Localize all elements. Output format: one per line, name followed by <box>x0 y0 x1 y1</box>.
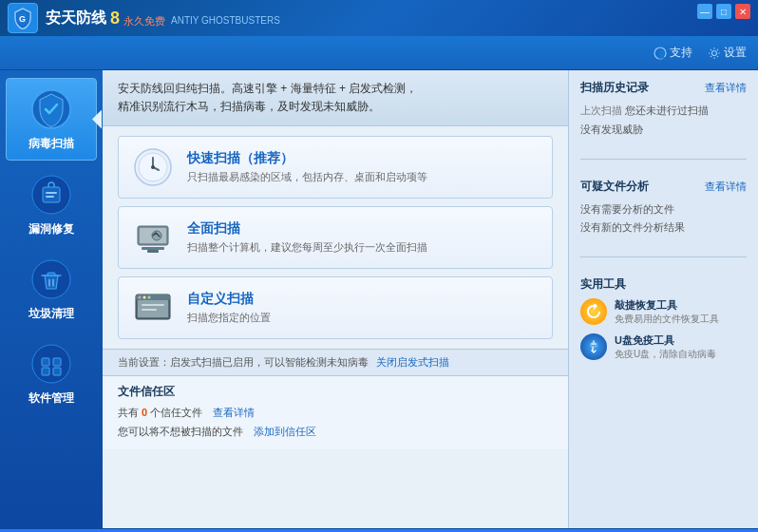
tools-title: 实用工具 <box>580 276 626 293</box>
trust-add-link[interactable]: 添加到信任区 <box>254 426 316 437</box>
svg-point-8 <box>32 345 70 383</box>
sidebar-item-vuln-fix[interactable]: 漏洞修复 <box>6 164 97 245</box>
settings-label: 设置 <box>724 45 747 61</box>
quick-scan-card[interactable]: 快速扫描（推荐） 只扫描最易感染的区域，包括内存、桌面和启动项等 <box>118 136 553 199</box>
close-heuristic-link[interactable]: 关闭启发式扫描 <box>376 355 449 370</box>
svg-text:G: G <box>19 14 26 24</box>
tools-header: 实用工具 <box>580 276 747 293</box>
sidebar-label-soft-mgmt: 软件管理 <box>28 390 74 407</box>
svg-rect-19 <box>147 250 159 253</box>
custom-scan-card[interactable]: 自定义扫描 扫描您指定的位置 <box>118 276 553 339</box>
svg-point-15 <box>151 165 155 169</box>
top-bar: 👤 支持 设置 <box>0 36 758 70</box>
minimize-button[interactable]: — <box>697 4 712 19</box>
full-scan-title: 全面扫描 <box>187 220 539 238</box>
maximize-button[interactable]: □ <box>716 4 731 19</box>
usb-content: U盘免疫工具 免疫U盘，清除自动病毒 <box>615 333 716 361</box>
recovery-content: 敲捷恢复工具 免费易用的文件恢复工具 <box>615 298 719 326</box>
app-free-label: 永久免费 <box>123 14 165 28</box>
sidebar-item-junk-clean[interactable]: 垃圾清理 <box>6 249 97 330</box>
right-panel: 扫描历史记录 查看详情 上次扫描 您还未进行过扫描 没有发现威胁 可疑文件分析 … <box>568 70 758 528</box>
svg-point-26 <box>148 296 151 299</box>
svg-rect-9 <box>42 358 49 366</box>
usb-tool-desc: 免疫U盘，清除自动病毒 <box>615 348 716 361</box>
sidebar-label-junk-clean: 垃圾清理 <box>28 306 74 322</box>
support-button[interactable]: 👤 支持 <box>654 45 692 61</box>
recovery-tool-desc: 免费易用的文件恢复工具 <box>615 313 719 326</box>
status-bar: 产品版本： 8.0.1.6520 | 病毒库版本： 2014.03.11.08 … <box>0 528 758 532</box>
app-title: 安天防线 <box>46 9 106 28</box>
trust-zone: 文件信任区 共有 0 个信任文件 查看详情 您可以将不想被扫描的文件 添加到信任… <box>103 375 568 449</box>
trust-zone-row1: 共有 0 个信任文件 查看详情 <box>118 404 553 423</box>
scan-history-title: 扫描历史记录 <box>580 80 649 96</box>
sidebar-item-soft-mgmt[interactable]: 软件管理 <box>6 333 97 414</box>
svg-rect-11 <box>42 368 49 375</box>
last-scan-value: 您还未进行过扫描 <box>625 104 709 116</box>
sidebar-label-virus-scan: 病毒扫描 <box>28 136 74 152</box>
svg-point-3 <box>712 50 717 55</box>
close-button[interactable]: ✕ <box>735 4 750 19</box>
trust-row1-prefix: 共有 <box>118 407 139 418</box>
scan-options: 快速扫描（推荐） 只扫描最易感染的区域，包括内存、桌面和启动项等 全面扫描 扫描… <box>103 126 568 349</box>
divider-1 <box>580 159 747 160</box>
trust-view-detail-link[interactable]: 查看详情 <box>213 407 255 418</box>
app-subtitle: ANTIY GHOSTBUSTERS <box>171 15 280 26</box>
trust-zone-title: 文件信任区 <box>118 384 553 400</box>
tools-section: 实用工具 敲捷恢复工具 免费易用的文件恢复工具 <box>580 276 747 369</box>
scan-history-section: 扫描历史记录 查看详情 上次扫描 您还未进行过扫描 没有发现威胁 <box>580 80 747 140</box>
scan-status-bar: 当前设置：启发式扫描已启用，可以智能检测未知病毒 关闭启发式扫描 <box>103 349 568 375</box>
custom-scan-desc: 扫描您指定的位置 <box>187 311 539 325</box>
trust-row2-text: 您可以将不想被扫描的文件 <box>118 426 243 437</box>
usb-tool-name: U盘免疫工具 <box>615 333 716 348</box>
info-line2: 精准识别流行木马，扫描病毒，及时发现未知威胁。 <box>118 100 380 113</box>
scan-history-detail-link[interactable]: 查看详情 <box>705 81 747 95</box>
quick-scan-title: 快速扫描（推荐） <box>187 150 539 167</box>
support-label: 支持 <box>670 45 692 61</box>
settings-button[interactable]: 设置 <box>708 45 747 61</box>
last-scan-row: 上次扫描 您还未进行过扫描 <box>580 102 747 121</box>
content-area: 安天防线回归纯扫描。高速引擎 + 海量特征 + 启发式检测， 精准识别流行木马，… <box>103 70 568 528</box>
sidebar: 病毒扫描 漏洞修复 垃圾清理 <box>0 70 103 528</box>
svg-rect-12 <box>53 368 61 375</box>
recovery-icon <box>580 298 607 325</box>
tool-item-recovery[interactable]: 敲捷恢复工具 免费易用的文件恢复工具 <box>580 298 747 326</box>
sidebar-item-virus-scan[interactable]: 病毒扫描 <box>6 78 97 161</box>
scan-result-row: 没有发现威胁 <box>580 121 747 140</box>
custom-scan-content: 自定义扫描 扫描您指定的位置 <box>187 291 539 325</box>
window-controls: — □ ✕ <box>697 4 750 19</box>
app-logo: G <box>8 3 38 33</box>
suspicious-detail-link[interactable]: 查看详情 <box>705 180 747 194</box>
suspicious-title: 可疑文件分析 <box>580 179 649 195</box>
recovery-tool-name: 敲捷恢复工具 <box>615 298 719 313</box>
usb-icon <box>580 333 607 360</box>
svg-rect-28 <box>142 309 157 311</box>
info-line1: 安天防线回归纯扫描。高速引擎 + 海量特征 + 启发式检测， <box>118 82 417 95</box>
divider-2 <box>580 256 747 257</box>
suspicious-row2: 没有新的文件分析结果 <box>580 218 747 238</box>
custom-scan-title: 自定义扫描 <box>187 291 539 308</box>
svg-rect-27 <box>142 304 164 306</box>
full-scan-content: 全面扫描 扫描整个计算机，建议您每周至少执行一次全面扫描 <box>187 220 539 255</box>
svg-rect-6 <box>43 187 60 202</box>
svg-point-24 <box>139 296 142 299</box>
scan-result-text: 没有发现威胁 <box>580 124 643 135</box>
app-version: 8 <box>110 9 120 28</box>
svg-rect-10 <box>53 358 61 366</box>
svg-text:👤: 👤 <box>657 49 667 59</box>
trust-row1-suffix: 个信任文件 <box>150 407 202 418</box>
full-scan-card[interactable]: 全面扫描 扫描整个计算机，建议您每周至少执行一次全面扫描 <box>118 206 553 269</box>
trust-zone-row2: 您可以将不想被扫描的文件 添加到信任区 <box>118 423 553 442</box>
title-bar: G 安天防线 8 永久免费 ANTIY GHOSTBUSTERS — □ ✕ <box>0 0 758 36</box>
svg-point-25 <box>143 296 146 299</box>
last-scan-label: 上次扫描 <box>580 104 622 116</box>
tool-item-usb[interactable]: U盘免疫工具 免疫U盘，清除自动病毒 <box>580 333 747 361</box>
suspicious-header: 可疑文件分析 查看详情 <box>580 179 747 195</box>
suspicious-row1: 没有需要分析的文件 <box>580 200 747 219</box>
suspicious-section: 可疑文件分析 查看详情 没有需要分析的文件 没有新的文件分析结果 <box>580 179 747 238</box>
svg-rect-18 <box>142 247 164 250</box>
quick-scan-content: 快速扫描（推荐） 只扫描最易感染的区域，包括内存、桌面和启动项等 <box>187 150 539 184</box>
info-bar: 安天防线回归纯扫描。高速引擎 + 海量特征 + 启发式检测， 精准识别流行木马，… <box>103 70 568 126</box>
quick-scan-desc: 只扫描最易感染的区域，包括内存、桌面和启动项等 <box>187 170 539 184</box>
sidebar-label-vuln-fix: 漏洞修复 <box>28 221 74 238</box>
full-scan-desc: 扫描整个计算机，建议您每周至少执行一次全面扫描 <box>187 240 539 255</box>
